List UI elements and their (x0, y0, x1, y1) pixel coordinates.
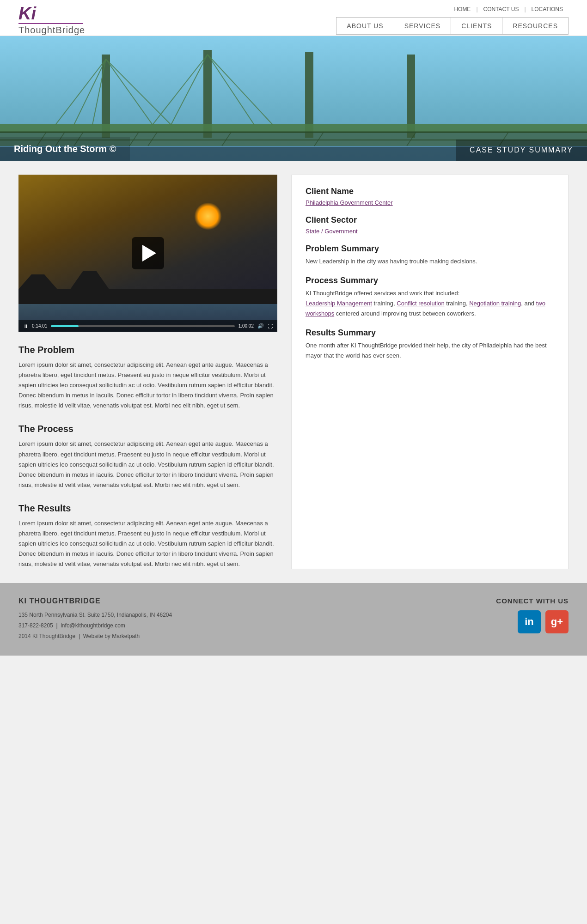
client-sector-value[interactable]: State / Government (306, 228, 554, 235)
video-sunset (194, 202, 222, 230)
top-right: HOME | CONTACT US | LOCATIONS ABOUT US S… (336, 6, 569, 35)
results-summary-label: Results Summary (306, 328, 554, 338)
svg-rect-5 (0, 124, 587, 132)
time-elapsed: 0:14:01 (32, 323, 47, 328)
progress-fill (51, 325, 79, 327)
hero-banner: Riding Out the Storm © CASE STUDY SUMMAR… (0, 36, 587, 161)
top-links: HOME | CONTACT US | LOCATIONS (448, 6, 569, 12)
footer-copyright-sep: | (77, 633, 83, 639)
fullscreen-button[interactable]: ⛶ (268, 323, 273, 329)
logo-area: Ki ThoughtBridge (18, 5, 85, 36)
progress-bar[interactable] (51, 325, 234, 327)
footer-phone-sep: | (55, 622, 61, 629)
top-bar: Ki ThoughtBridge HOME | CONTACT US | LOC… (0, 0, 587, 36)
footer-website-by: Website by Marketpath (83, 633, 140, 639)
client-name-label: Client Name (306, 187, 554, 196)
connect-label: CONNECT WITH US (496, 597, 569, 605)
social-icons: in g+ (496, 610, 569, 633)
nav-buttons: ABOUT US SERVICES CLIENTS RESOURCES (336, 17, 569, 35)
play-icon (142, 245, 156, 261)
leadership-management-link[interactable]: Leadership Management (306, 300, 372, 307)
process-summary-label: Process Summary (306, 276, 554, 286)
left-column: ⏸ 0:14:01 1:00:02 🔊 ⛶ The Problem Lorem … (18, 175, 277, 569)
nav-services[interactable]: SERVICES (394, 17, 452, 35)
footer: KI THOUGHTBRIDGE 135 North Pennsylvania … (0, 583, 587, 655)
process-title: The Process (18, 424, 277, 434)
results-summary-text: One month after KI ThoughtBridge provide… (306, 340, 554, 361)
link4-after: centered around improving trust between … (334, 310, 476, 317)
footer-address: 135 North Pennsylvania St. Suite 1750, I… (18, 610, 172, 620)
linkedin-icon[interactable]: in (518, 610, 541, 633)
footer-phone: 317-822-8205 (18, 622, 53, 629)
problem-body: Lorem ipsum dolor sit amet, consectetur … (18, 360, 277, 411)
hero-case-study-label: CASE STUDY SUMMARY (470, 146, 573, 154)
volume-button[interactable]: 🔊 (257, 323, 264, 329)
pause-button[interactable]: ⏸ (23, 323, 28, 329)
video-bridge-silhouette (18, 267, 277, 304)
negotiation-training-link[interactable]: Negotiation training (469, 300, 521, 307)
link3-after: , and (521, 300, 536, 307)
problem-summary-text: New Leadership in the city was having tr… (306, 256, 554, 267)
contact-link[interactable]: CONTACT US (478, 6, 525, 12)
process-intro: KI ThoughtBridge offered services and wo… (306, 290, 459, 297)
hero-title: Riding Out the Storm © (14, 144, 116, 154)
nav-clients[interactable]: CLIENTS (451, 17, 502, 35)
problem-summary-label: Problem Summary (306, 244, 554, 254)
hero-case-study-overlay: CASE STUDY SUMMARY (456, 140, 587, 161)
footer-right: CONNECT WITH US in g+ (496, 597, 569, 633)
footer-copyright: 2014 KI ThoughtBridge (18, 633, 75, 639)
nav-about-us[interactable]: ABOUT US (336, 17, 394, 35)
footer-brand: KI THOUGHTBRIDGE (18, 597, 172, 605)
process-body: Lorem ipsum dolor sit amet, consectetur … (18, 439, 277, 490)
video-player[interactable]: ⏸ 0:14:01 1:00:02 🔊 ⛶ (18, 175, 277, 332)
logo-ki-text: Ki (18, 4, 36, 23)
gplus-label: g+ (551, 616, 563, 628)
footer-left: KI THOUGHTBRIDGE 135 North Pennsylvania … (18, 597, 172, 641)
logo-underline (18, 23, 83, 24)
link1-after: training, (372, 300, 395, 307)
process-summary-text: KI ThoughtBridge offered services and wo… (306, 288, 554, 319)
problem-title: The Problem (18, 345, 277, 355)
linkedin-label: in (525, 616, 534, 628)
footer-email[interactable]: info@kithoughtbridge.com (61, 622, 125, 629)
logo-ki: Ki (18, 5, 36, 22)
results-body: Lorem ipsum dolor sit amet, consectetur … (18, 518, 277, 569)
conflict-resolution-link[interactable]: Conflict resolution (397, 300, 444, 307)
right-sidebar: Client Name Philadelphia Government Cent… (291, 175, 569, 569)
video-controls: ⏸ 0:14:01 1:00:02 🔊 ⛶ (18, 320, 277, 332)
gplus-icon[interactable]: g+ (545, 610, 569, 633)
play-button[interactable] (132, 237, 164, 269)
footer-copyright-row: 2014 KI ThoughtBridge | Website by Marke… (18, 631, 172, 642)
nav-resources[interactable]: RESOURCES (502, 17, 569, 35)
results-title: The Results (18, 503, 277, 514)
home-link[interactable]: HOME (448, 6, 476, 12)
main-content: ⏸ 0:14:01 1:00:02 🔊 ⛶ The Problem Lorem … (0, 161, 587, 583)
link2-after: training, (445, 300, 468, 307)
locations-link[interactable]: LOCATIONS (526, 6, 569, 12)
time-total: 1:00:02 (238, 323, 254, 328)
client-name-value[interactable]: Philadelphia Government Center (306, 199, 554, 206)
footer-contact: 317-822-8205 | info@kithoughtbridge.com (18, 620, 172, 631)
client-sector-label: Client Sector (306, 215, 554, 225)
hero-title-overlay: Riding Out the Storm © (0, 137, 130, 161)
logo-brand-text: ThoughtBridge (18, 25, 85, 36)
